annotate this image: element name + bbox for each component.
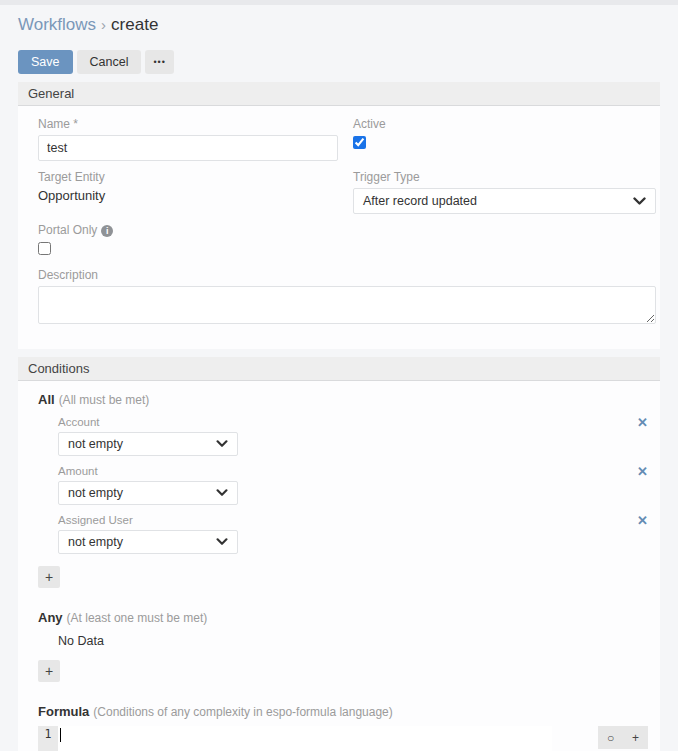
conditions-formula-group: Formula(Conditions of any complexity in … <box>38 704 656 751</box>
add-condition-any-button[interactable]: + <box>38 660 60 682</box>
text-caret <box>60 728 61 742</box>
condition-comparison-select[interactable]: not empty <box>58 530 238 554</box>
condition-row-assigned-user: Assigned User not empty ✕ <box>58 514 656 554</box>
condition-comparison-select[interactable]: not empty <box>58 432 238 456</box>
breadcrumb-separator: › <box>101 16 106 33</box>
trigger-type-selected: After record updated <box>363 194 477 208</box>
conditions-any-hint: (At least one must be met) <box>67 611 208 625</box>
panel-general: General Name * Active Target Entity Oppo… <box>18 82 660 349</box>
remove-condition-button[interactable]: ✕ <box>637 514 648 528</box>
formula-hint: (Conditions of any complexity in espo-fo… <box>93 705 393 719</box>
condition-field-label: Assigned User <box>58 514 656 526</box>
description-textarea[interactable] <box>38 286 656 324</box>
panel-general-header: General <box>18 82 660 106</box>
condition-row-amount: Amount not empty ✕ <box>58 465 656 505</box>
condition-comparison-select[interactable]: not empty <box>58 481 238 505</box>
field-trigger-type: Trigger Type After record updated <box>353 170 656 214</box>
name-label: Name * <box>38 117 338 131</box>
breadcrumb-workflows-link[interactable]: Workflows <box>18 15 96 34</box>
formula-code-area[interactable] <box>58 726 552 751</box>
no-data-text: No Data <box>58 634 656 648</box>
formula-circle-button[interactable]: ○ <box>598 726 623 749</box>
edit-toolbar: Save Cancel ••• <box>18 50 660 74</box>
target-entity-value: Opportunity <box>38 188 338 203</box>
condition-row-account: Account not empty ✕ <box>58 416 656 456</box>
portal-only-checkbox[interactable] <box>38 242 51 255</box>
active-checkbox[interactable] <box>353 136 366 149</box>
field-name: Name * <box>38 117 338 161</box>
active-label: Active <box>353 117 656 131</box>
panel-conditions-header: Conditions <box>18 357 660 381</box>
formula-add-button[interactable]: + <box>623 726 648 749</box>
chevron-down-icon <box>216 489 228 497</box>
field-target-entity: Target Entity Opportunity <box>38 170 338 214</box>
chevron-down-icon <box>633 197 646 206</box>
description-label: Description <box>38 268 656 282</box>
field-active: Active <box>353 117 656 161</box>
chevron-down-icon <box>216 440 228 448</box>
conditions-any-title: Any(At least one must be met) <box>38 610 656 625</box>
chevron-down-icon <box>216 538 228 546</box>
conditions-any-group: Any(At least one must be met) No Data + <box>38 610 656 682</box>
formula-line-number: 1 <box>38 726 58 751</box>
conditions-all-group: All(All must be met) Account not empty ✕… <box>38 392 656 588</box>
remove-condition-button[interactable]: ✕ <box>637 416 648 430</box>
info-icon: i <box>101 225 113 237</box>
condition-field-label: Amount <box>58 465 656 477</box>
formula-code-editor[interactable]: 1 <box>38 726 552 751</box>
breadcrumb: Workflows›create <box>18 15 660 35</box>
target-entity-label: Target Entity <box>38 170 338 184</box>
more-actions-button[interactable]: ••• <box>145 50 173 74</box>
field-description: Description <box>38 268 656 328</box>
remove-condition-button[interactable]: ✕ <box>637 465 648 479</box>
save-button[interactable]: Save <box>18 50 73 74</box>
conditions-all-title: All(All must be met) <box>38 392 656 407</box>
field-portal-only: Portal Onlyi <box>38 223 338 259</box>
add-condition-all-button[interactable]: + <box>38 566 60 588</box>
navbar-bottom-edge <box>0 0 678 5</box>
cancel-button[interactable]: Cancel <box>77 50 142 74</box>
trigger-type-select[interactable]: After record updated <box>353 188 656 214</box>
page-title-create: create <box>111 15 158 34</box>
name-input[interactable] <box>38 135 338 161</box>
condition-field-label: Account <box>58 416 656 428</box>
formula-title: Formula(Conditions of any complexity in … <box>38 704 656 719</box>
conditions-all-hint: (All must be met) <box>59 393 150 407</box>
trigger-type-label: Trigger Type <box>353 170 656 184</box>
panel-conditions: Conditions All(All must be met) Account … <box>18 357 660 751</box>
record-container: Workflows›create Save Cancel ••• General… <box>18 15 660 751</box>
portal-only-label: Portal Onlyi <box>38 223 338 237</box>
